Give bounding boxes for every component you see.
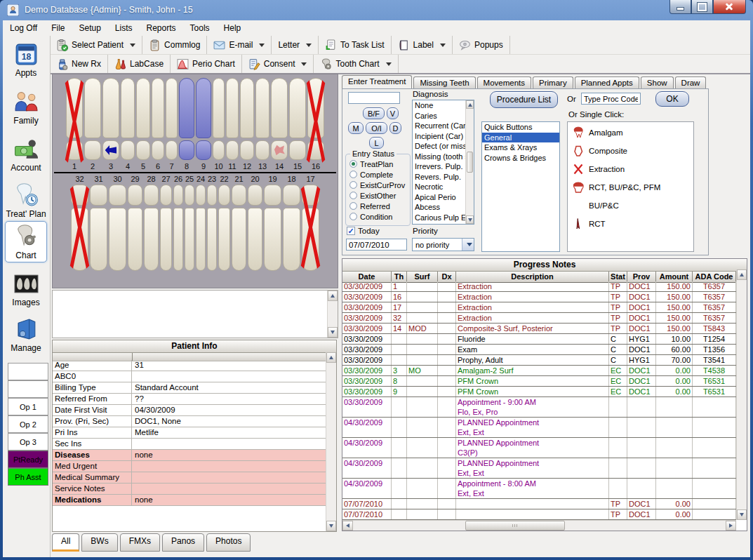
radio-icon[interactable] [349,160,357,168]
operatory-button-op-2[interactable]: Op 2 [8,415,48,433]
entry-status-option-existcurprov[interactable]: ExistCurProv [346,180,410,190]
tooth-2-upper-occlusal[interactable] [84,140,101,160]
sidebar-item-manage[interactable]: Manage [5,314,47,355]
tooth-2-upper-facial[interactable] [84,78,101,138]
diagnosis-scrollbar[interactable] [465,100,474,224]
diagnosis-option-abcess[interactable]: Abcess [413,202,465,213]
scroll-down-button[interactable] [466,215,474,224]
progress-note-row[interactable]: 03/30/200916ExtractionTPDOC1150.00T6357 [342,292,737,302]
tooth-5-upper-facial[interactable] [136,78,150,138]
tooth-18-lower-occlusal[interactable] [283,185,300,206]
progress-note-row[interactable]: 03/30/200917ExtractionTPDOC1150.00T6357 [342,302,737,313]
tooth-1-upper-facial[interactable] [66,78,83,138]
image-tab-panos[interactable]: Panos [162,533,204,552]
tooth-4-upper-facial[interactable] [121,78,135,138]
tooth-27-lower-occlusal[interactable] [160,185,172,206]
operatory-button-op-1[interactable]: Op 1 [8,398,48,415]
patient-info-row-med-urgent[interactable]: Med Urgent [53,461,326,472]
tooth-13-upper-occlusal[interactable] [255,140,269,160]
progress-note-row[interactable]: 03/30/200932ExtractionTPDOC1150.00T6357 [342,313,737,324]
tooth-24-lower-facial[interactable] [196,208,206,271]
tooth-9-upper-occlusal[interactable] [196,140,211,160]
patient-info-row-pri-ins[interactable]: Pri InsMetlife [53,427,326,439]
surface-button-m[interactable]: M [348,122,364,134]
tooth-21-lower-occlusal[interactable] [232,185,246,206]
tooth-6-upper-facial[interactable] [152,78,164,138]
diagnosis-option-recurrent-car[interactable]: Recurrent (Car) [413,121,465,131]
progress-note-row[interactable]: 03/30/2009Prophy, AdultCHYG170.00T3541 [342,355,737,366]
patient-info-row-age[interactable]: Age31 [53,360,326,371]
progress-note-row[interactable]: 03/30/20093MOAmalgam-2 SurfECDOC10.00T45… [342,366,737,376]
single-click-amalgam[interactable]: Amalgam [568,124,693,142]
tooth-9-upper-facial[interactable] [196,78,211,138]
tab-missing-teeth[interactable]: Missing Teeth [413,76,475,88]
single-click-rct[interactable]: RCT [568,215,693,233]
tooth-8-upper-occlusal[interactable] [179,140,194,160]
single-click-composite[interactable]: Composite [568,142,693,160]
patient-info-row-diseases[interactable]: Diseasesnone [53,450,326,461]
scroll-up-button[interactable] [737,269,747,280]
commlog-button[interactable]: Commlog [142,36,207,54]
select-patient-button[interactable]: Select Patient [50,36,142,54]
sidebar-item-treat-plan[interactable]: Treat' Plan [5,180,47,221]
image-tab-all[interactable]: All [52,533,79,552]
column-header-prov[interactable]: Prov [627,272,656,282]
patient-info-scrollbar[interactable] [326,352,336,531]
treatment-date-input[interactable] [346,239,407,251]
tooth-29-lower-occlusal[interactable] [128,185,142,206]
tooth-19-lower-facial[interactable] [264,208,281,271]
tooth-10-upper-facial[interactable] [213,78,225,138]
treatment-tooth-input[interactable] [348,92,400,104]
tooth-27-lower-facial[interactable] [160,208,172,271]
popups-button[interactable]: Popups [453,36,510,54]
sidebar-item-account[interactable]: Account [5,133,47,175]
menu-item-file[interactable]: File [44,21,72,35]
sidebar-item-chart[interactable]: Chart [5,221,47,262]
tooth-26-lower-facial[interactable] [173,208,183,271]
image-tab-fmxs[interactable]: FMXs [120,533,160,552]
letter-button[interactable]: Letter [272,36,319,54]
empty-slot[interactable] [8,363,48,380]
progress-note-row[interactable]: 03/30/2009ExamCDOC160.00T1356 [342,345,737,355]
scroll-down-button[interactable] [328,327,338,338]
single-click-rct-bu-p-c-pfm[interactable]: RCT, BU/P&C, PFM [568,178,693,196]
tooth-11-upper-facial[interactable] [226,78,239,138]
progress-note-row[interactable]: 03/30/2009FluorideCHYG110.00T1254 [342,334,737,345]
progress-note-row[interactable]: 04/30/2009PLANNED AppointmentExt, Ext [342,458,737,479]
tooth-30-lower-occlusal[interactable] [109,185,126,206]
diagnosis-option-none[interactable]: None [413,100,465,111]
radio-icon[interactable] [349,181,357,189]
scroll-thumb[interactable] [467,152,473,173]
operatory-button-op-3[interactable]: Op 3 [8,433,48,451]
column-header-surf[interactable]: Surf [407,272,438,282]
tooth-14-upper-facial[interactable] [271,78,288,138]
label-button[interactable]: Label [392,36,453,54]
new-rx-button[interactable]: New Rx [50,55,108,73]
column-header-description[interactable]: Description [456,272,609,282]
tooth-15-upper-occlusal[interactable] [289,140,306,160]
diagnosis-option-defect-or-miss[interactable]: Defect (or miss [413,141,465,152]
tooth-6-upper-occlusal[interactable] [152,140,164,160]
scroll-left-button[interactable] [342,521,353,531]
tooth-13-upper-facial[interactable] [255,78,269,138]
progress-note-row[interactable]: 04/30/2009PLANNED AppointmentExt, Ext [342,418,737,438]
surface-button-o-i[interactable]: O/I [366,122,387,134]
tooth-25-lower-occlusal[interactable] [185,185,194,206]
chevron-down-icon[interactable] [301,62,307,66]
tab-primary[interactable]: Primary [533,76,573,88]
progress-notes-horizontal-scrollbar[interactable] [342,520,736,531]
diagnosis-option-carious-pulp-ex[interactable]: Carious Pulp Ex [413,213,465,223]
tab-show[interactable]: Show [641,76,674,88]
ok-button[interactable]: OK [655,91,689,107]
progress-note-row[interactable]: 03/30/2009Appointment - 9:00 AMFlo, Ex, … [342,397,737,418]
e-mail-button[interactable]: E-mail [207,36,272,54]
entry-status-option-existother[interactable]: ExistOther [346,190,410,201]
radio-icon[interactable] [349,202,357,210]
progress-note-row[interactable]: 07/07/2010TPDOC10.00 [342,509,737,520]
menu-item-reports[interactable]: Reports [140,21,183,35]
patient-info-row-service-notes[interactable]: Service Notes [53,484,326,495]
entry-status-option-complete[interactable]: Complete [346,169,410,180]
sidebar-item-appts[interactable]: 18Appts [5,39,47,80]
close-button[interactable] [713,0,746,14]
quick-button-crowns-bridges[interactable]: Crowns & Bridges [482,153,559,164]
